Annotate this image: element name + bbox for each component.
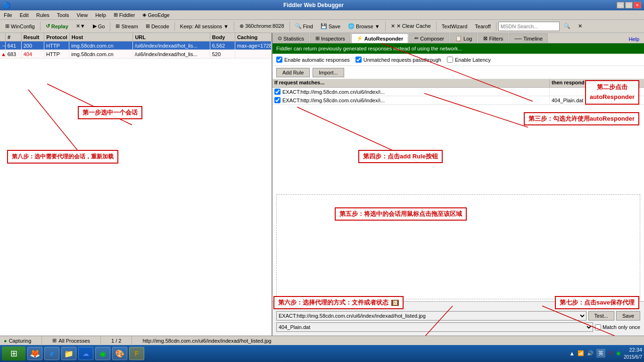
search-icon-btn[interactable]: 🔍 — [561, 21, 574, 32]
tab-composer[interactable]: ✏ Composer — [409, 33, 449, 43]
col-caching[interactable]: Caching — [235, 33, 272, 41]
title-bar-left: 🔵 — [3, 2, 10, 9]
tray-lang[interactable]: 英 — [596, 349, 605, 358]
replay-icon: ↺ — [46, 23, 50, 29]
help-link[interactable]: Help — [624, 35, 644, 43]
row-url: /ui6/index/indexad/hot_lis... — [133, 41, 210, 49]
col-protocol[interactable]: Protocol — [44, 33, 70, 41]
row-host: img.58cdn.com.cn — [69, 50, 133, 58]
taskbar-app-baidu[interactable]: ☁ — [78, 347, 93, 360]
taskbar-app-ie[interactable]: e — [44, 347, 59, 360]
menu-rules[interactable]: Rules — [34, 12, 51, 18]
keep-dropdown[interactable]: Keep: All sessions ▼ — [177, 21, 232, 32]
tray-360-icon: ◉ — [616, 350, 621, 356]
match-once-checkbox[interactable] — [595, 324, 601, 330]
tray-icon-1: ▲ — [569, 350, 575, 357]
rule-match-select[interactable]: EXACT:http://img.58cdn.com.cn/ui6/index/… — [276, 311, 586, 321]
menu-file[interactable]: File — [2, 12, 14, 18]
close-button[interactable]: ✕ — [634, 2, 641, 8]
rule-editor-respond-row: 404_Plain.dat Match only once — [276, 322, 640, 332]
tab-log[interactable]: 📋 Log — [450, 33, 477, 43]
taskbar-app-firefox[interactable]: 🦊 — [27, 347, 42, 360]
toolbar-separator-7 — [436, 22, 437, 31]
col-num[interactable]: # — [6, 33, 22, 41]
find-label: Find — [303, 24, 313, 29]
taskbar-app-fiddler[interactable]: F — [129, 347, 144, 360]
minimize-button[interactable]: ─ — [617, 2, 624, 8]
stream-label: Stream — [121, 24, 138, 29]
col-result[interactable]: Result — [22, 33, 44, 41]
annotation-step2: 第二步点击autoResponder — [585, 80, 639, 105]
go-button[interactable]: ▶ Go — [90, 21, 108, 32]
save-icon: 💾 — [321, 23, 327, 29]
annotation-step7: 第七步：点击save保存代理 — [555, 296, 639, 309]
save-button[interactable]: 💾 Save — [317, 21, 344, 32]
replay-label: Replay — [51, 24, 68, 29]
rule-respond-select[interactable]: 404_Plain.dat — [276, 322, 593, 332]
taskbar: ⊞ 🦊 e 📁 ☁ ◉ 🎨 F ▲ 📶 🔊 英 🛡 ◉ 22:34 2015/6… — [0, 345, 644, 362]
tab-autoresponder-label: AutoResponder — [364, 36, 404, 41]
test-button[interactable]: Test... — [588, 311, 614, 321]
rule-checkbox[interactable] — [274, 97, 281, 103]
replay-button[interactable]: ↺ Replay — [42, 21, 72, 32]
tab-filters-label: Filters — [489, 36, 503, 41]
latency-checkbox[interactable] — [447, 57, 453, 63]
col-url[interactable]: URL — [133, 33, 210, 41]
browse-dropdown[interactable]: 🌐 Browse ▼ — [345, 21, 383, 32]
clock-time: 22:34 — [624, 346, 642, 354]
tab-autoresponder[interactable]: ⚡ AutoResponder — [351, 33, 409, 43]
session-list-header: # Result Protocol Host URL Body Caching — [0, 33, 272, 41]
menu-tools[interactable]: Tools — [55, 12, 71, 18]
menu-view[interactable]: View — [75, 12, 90, 18]
col-host[interactable]: Host — [70, 33, 133, 41]
stream-button[interactable]: ⊞ Stream — [112, 21, 141, 32]
menu-geoedge[interactable]: ◈ GeoEdge — [140, 11, 171, 18]
x-button[interactable]: ✕▼ — [73, 21, 89, 32]
tab-statistics[interactable]: ⊙ Statistics — [272, 33, 309, 43]
enable-checkbox[interactable] — [276, 57, 282, 63]
go-icon: ▶ — [93, 23, 97, 29]
ar-buttons: Add Rule Import... — [272, 66, 644, 79]
timeline-icon: ── — [514, 36, 522, 41]
col-body[interactable]: Body — [210, 33, 235, 41]
taskbar-app-explorer[interactable]: 📁 — [61, 347, 76, 360]
clear-cache-icon: ✕ — [391, 23, 395, 29]
rule-match-cell: EXACT:http://img.58cdn.com.cn/ui6/index/… — [272, 96, 550, 104]
tab-timeline-label: Timeline — [523, 36, 543, 41]
right-panel: ⊙ Statistics ⊞ Inspectors ⚡ AutoResponde… — [272, 33, 644, 336]
winconfig-button[interactable]: ⊞ WinConfig — [2, 21, 38, 32]
tearoff-button[interactable]: Tearoff — [471, 21, 494, 32]
tab-inspectors[interactable]: ⊞ Inspectors — [310, 33, 350, 43]
chrome-label: ⊕ 360chrome:8028 — [239, 23, 284, 29]
taskbar-app-360[interactable]: ◉ — [95, 347, 110, 360]
textwizard-button[interactable]: TextWizard — [438, 21, 471, 32]
add-rule-button[interactable]: Add Rule — [276, 68, 310, 77]
save-rule-button[interactable]: Save — [616, 311, 640, 321]
toolbar-separator-3 — [174, 22, 175, 31]
row-result: 404 — [22, 50, 44, 58]
menu-help[interactable]: Help — [93, 12, 108, 18]
menu-edit[interactable]: Edit — [18, 12, 31, 18]
stream-icon: ⊞ — [116, 23, 120, 29]
maximize-button[interactable]: □ — [625, 2, 633, 8]
taskbar-app-paint[interactable]: 🎨 — [112, 347, 127, 360]
app-icon: 🔵 — [3, 2, 10, 9]
import-button[interactable]: Import... — [313, 68, 344, 77]
msdn-search-input[interactable] — [498, 22, 560, 31]
unmatched-checkbox[interactable] — [355, 57, 362, 63]
clear-cache-button[interactable]: ✕ ✕ Clear Cache — [388, 21, 434, 32]
status-processes: ⊞ All Processes — [52, 337, 90, 344]
chrome-button[interactable]: ⊕ 360chrome:8028 — [236, 21, 288, 32]
rule-checkbox[interactable] — [274, 89, 281, 95]
decode-button[interactable]: ⊞ Decode — [142, 21, 173, 32]
start-button[interactable]: ⊞ — [2, 346, 25, 361]
find-button[interactable]: 🔍 Find — [292, 21, 316, 32]
tab-filters[interactable]: ⊠ Filters — [478, 33, 508, 43]
session-row[interactable]: → 641 200 HTTP img.58cdn.com.cn /ui6/ind… — [0, 41, 272, 50]
log-icon: 📋 — [455, 35, 462, 41]
tab-timeline[interactable]: ── Timeline — [509, 33, 548, 43]
menu-fiddler[interactable]: ⊞ Fiddler — [112, 11, 137, 18]
msdn-close-button[interactable]: ✕ — [575, 21, 586, 32]
session-row[interactable]: ▲ 683 404 HTTP img.58cdn.com.cn /ui6/ind… — [0, 50, 272, 58]
go-label: Go — [98, 24, 105, 29]
